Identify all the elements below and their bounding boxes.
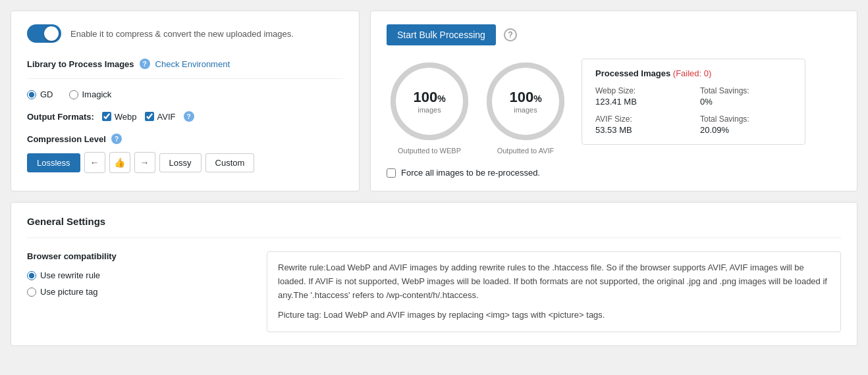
avif-circle-label: 100% images bbox=[509, 89, 541, 114]
library-radio-group: GD Imagick bbox=[27, 89, 343, 99]
browser-compat-section: Browser compatibility Use rewrite rule U… bbox=[27, 251, 251, 332]
right-panel: Start Bulk Processing ? bbox=[370, 11, 857, 191]
webp-pct: 100% bbox=[413, 89, 445, 106]
browser-compat-radio-stack: Use rewrite rule Use picture tag bbox=[27, 270, 251, 297]
avif-savings-value: 20.09% bbox=[700, 125, 792, 135]
processed-title: Processed Images (Failed: 0) bbox=[595, 68, 792, 78]
force-reprocess-checkbox[interactable] bbox=[387, 168, 396, 178]
general-settings-title: General Settings bbox=[27, 216, 841, 227]
rewrite-rule-description: Rewrite rule:Load WebP and AVIF images b… bbox=[278, 261, 830, 302]
force-reprocess-label: Force all images to be re-processed. bbox=[401, 168, 540, 178]
btn-thumbs-up[interactable]: 👍 bbox=[109, 152, 130, 173]
enable-toggle[interactable] bbox=[27, 24, 61, 43]
description-box: Rewrite rule:Load WebP and AVIF images b… bbox=[267, 251, 841, 332]
compression-header: Compression Level ? bbox=[27, 134, 343, 144]
library-gd-label: GD bbox=[40, 89, 53, 99]
library-header: Library to Process Images ? Check Enviro… bbox=[27, 59, 343, 69]
btn-lossy[interactable]: Lossy bbox=[159, 153, 202, 172]
webp-circle-stat: 100% images Outputted to WEBP bbox=[387, 59, 472, 155]
compression-btn-group: Lossless ← 👍 → Lossy Custom bbox=[27, 152, 343, 173]
compression-title: Compression Level bbox=[27, 134, 106, 144]
avif-circle-stat: 100% images Outputted to AVIF bbox=[483, 59, 568, 155]
btn-right-arrow[interactable]: → bbox=[134, 152, 155, 173]
right-panel-header: Start Bulk Processing ? bbox=[387, 24, 841, 45]
avif-sublabel: Outputted to AVIF bbox=[497, 147, 555, 155]
webp-savings-label: Total Savings: bbox=[700, 86, 792, 95]
avif-images-label: images bbox=[509, 106, 541, 114]
failed-badge: (Failed: 0) bbox=[673, 68, 712, 78]
library-divider bbox=[27, 78, 343, 79]
avif-help-icon[interactable]: ? bbox=[184, 111, 194, 122]
webp-size-item: Webp Size: 123.41 MB bbox=[595, 86, 687, 107]
option-rewrite-rule[interactable]: Use rewrite rule bbox=[27, 270, 251, 280]
library-imagick-label: Imagick bbox=[82, 89, 112, 99]
force-reprocess-row: Force all images to be re-processed. bbox=[387, 168, 841, 178]
circles-group: 100% images Outputted to WEBP bbox=[387, 59, 568, 155]
toggle-row: Enable it to compress & convert the new … bbox=[27, 24, 343, 43]
library-title: Library to Process Images bbox=[27, 59, 134, 69]
avif-pct: 100% bbox=[509, 89, 541, 106]
webp-savings-item: Total Savings: 0% bbox=[700, 86, 792, 107]
picture-tag-label: Use picture tag bbox=[40, 287, 97, 297]
btn-custom[interactable]: Custom bbox=[205, 153, 255, 172]
check-env-link[interactable]: Check Environment bbox=[155, 59, 230, 69]
format-webp-label: Webp bbox=[115, 112, 137, 122]
top-section: Enable it to compress & convert the new … bbox=[0, 0, 868, 202]
bulk-help-icon[interactable]: ? bbox=[504, 28, 517, 41]
btn-lossless[interactable]: Lossless bbox=[27, 153, 80, 172]
left-panel: Enable it to compress & convert the new … bbox=[11, 11, 360, 191]
compression-section: Compression Level ? Lossless ← 👍 → Lossy… bbox=[27, 134, 343, 173]
processed-box: Processed Images (Failed: 0) Webp Size: … bbox=[582, 59, 805, 145]
avif-circle-container: 100% images bbox=[483, 59, 568, 144]
avif-savings-item: Total Savings: 20.09% bbox=[700, 114, 792, 135]
avif-savings-label: Total Savings: bbox=[700, 114, 792, 124]
webp-size-label: Webp Size: bbox=[595, 86, 687, 95]
webp-pct-number: 100 bbox=[413, 89, 437, 105]
btn-left-arrow[interactable]: ← bbox=[84, 152, 105, 173]
bottom-section: General Settings Browser compatibility U… bbox=[11, 202, 857, 346]
format-avif-label: AVIF bbox=[157, 112, 176, 122]
webp-size-value: 123.41 MB bbox=[595, 97, 687, 107]
webp-circle-label: 100% images bbox=[413, 89, 445, 114]
stats-grid: Webp Size: 123.41 MB Total Savings: 0% A… bbox=[595, 86, 792, 135]
rewrite-rule-label: Use rewrite rule bbox=[40, 270, 100, 280]
browser-compat-title: Browser compatibility bbox=[27, 251, 251, 261]
avif-size-label: AVIF Size: bbox=[595, 114, 687, 124]
main-container: Enable it to compress & convert the new … bbox=[0, 0, 868, 375]
general-settings-divider bbox=[27, 238, 841, 238]
webp-pct-unit: % bbox=[437, 93, 445, 104]
option-picture-tag[interactable]: Use picture tag bbox=[27, 287, 251, 297]
processed-images-label: Processed Images bbox=[595, 68, 670, 78]
library-option-imagick[interactable]: Imagick bbox=[69, 89, 112, 99]
stats-area: 100% images Outputted to WEBP bbox=[387, 59, 841, 155]
bottom-content: Browser compatibility Use rewrite rule U… bbox=[27, 251, 841, 332]
webp-sublabel: Outputted to WEBP bbox=[398, 147, 461, 155]
avif-size-item: AVIF Size: 53.53 MB bbox=[595, 114, 687, 135]
webp-images-label: images bbox=[413, 106, 445, 114]
avif-pct-unit: % bbox=[533, 93, 541, 104]
output-formats-row: Output Formats: Webp AVIF ? bbox=[27, 111, 343, 122]
library-help-icon[interactable]: ? bbox=[140, 59, 150, 69]
compression-help-icon[interactable]: ? bbox=[111, 134, 122, 144]
format-webp[interactable]: Webp bbox=[102, 112, 137, 122]
avif-pct-number: 100 bbox=[509, 89, 533, 105]
start-bulk-processing-button[interactable]: Start Bulk Processing bbox=[387, 24, 496, 45]
picture-tag-description: Picture tag: Load WebP and AVIF images b… bbox=[278, 309, 830, 322]
webp-savings-value: 0% bbox=[700, 97, 792, 107]
avif-size-value: 53.53 MB bbox=[595, 125, 687, 135]
webp-circle-container: 100% images bbox=[387, 59, 472, 144]
library-option-gd[interactable]: GD bbox=[27, 89, 53, 99]
format-avif[interactable]: AVIF bbox=[145, 112, 176, 122]
toggle-label: Enable it to compress & convert the new … bbox=[70, 29, 294, 39]
output-formats-label: Output Formats: bbox=[27, 112, 94, 122]
